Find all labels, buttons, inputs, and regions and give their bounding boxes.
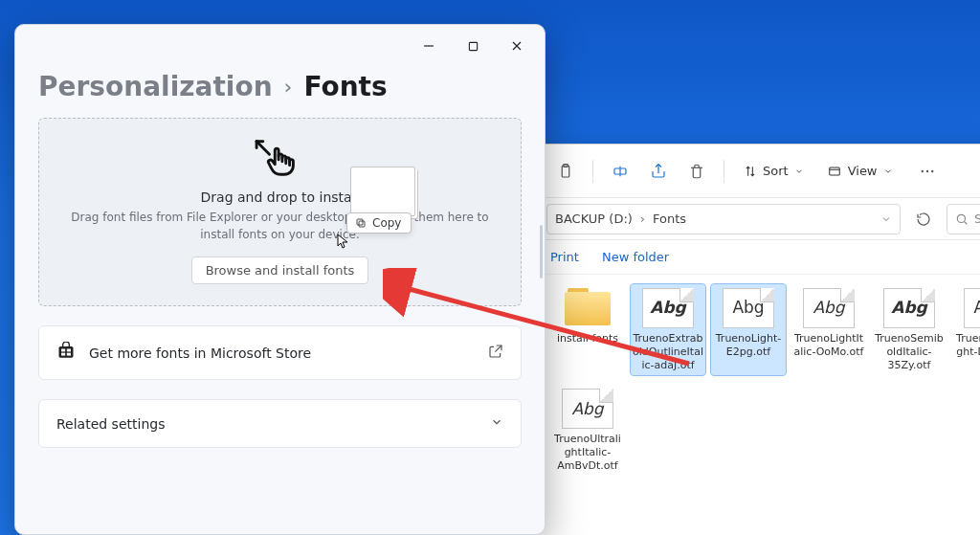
drop-hand-icon bbox=[58, 136, 501, 184]
scrollbar[interactable] bbox=[540, 225, 543, 279]
file-label: TruenoLightItalic-OoMo.otf bbox=[793, 332, 864, 359]
store-icon bbox=[56, 342, 76, 364]
font-file-icon: Abg bbox=[964, 288, 980, 328]
svg-rect-13 bbox=[67, 349, 71, 352]
search-icon bbox=[955, 212, 969, 226]
explorer-toolbar: Sort View bbox=[537, 145, 980, 198]
font-file-icon: Abg bbox=[883, 288, 935, 328]
related-settings-card[interactable]: Related settings bbox=[38, 399, 522, 448]
svg-point-7 bbox=[957, 214, 965, 222]
chevron-down-icon[interactable] bbox=[880, 213, 892, 225]
chevron-right-icon: › bbox=[638, 212, 647, 226]
breadcrumb-parent[interactable]: Personalization bbox=[38, 71, 273, 102]
chevron-down-icon bbox=[490, 415, 503, 432]
address-bar[interactable]: BACKUP (D:) › Fonts bbox=[546, 204, 901, 234]
share-icon[interactable] bbox=[641, 154, 676, 189]
explorer-command-bar: Print New folder bbox=[537, 240, 980, 275]
svg-point-6 bbox=[931, 169, 933, 171]
folder-item[interactable]: install fonts bbox=[550, 284, 625, 375]
font-file-item[interactable]: AbgTruenoSemiboldItalic-35Zy.otf bbox=[872, 284, 947, 375]
svg-rect-15 bbox=[67, 353, 71, 356]
print-command[interactable]: Print bbox=[550, 250, 579, 264]
svg-rect-12 bbox=[61, 349, 65, 352]
svg-rect-11 bbox=[59, 346, 74, 358]
font-file-item[interactable]: AbgTruenoUltralight-DKax.otf bbox=[952, 284, 980, 375]
svg-rect-3 bbox=[829, 167, 839, 174]
explorer-body: install fontsAbgTruenoExtraboldOutlineIt… bbox=[537, 275, 980, 535]
view-label: View bbox=[848, 164, 878, 178]
explorer-address-row: BACKUP (D:) › Fonts Search Fonts bbox=[537, 198, 980, 240]
breadcrumb-current: Fonts bbox=[303, 71, 387, 102]
font-file-item[interactable]: AbgTruenoLight-E2pg.otf bbox=[711, 284, 786, 375]
delete-icon[interactable] bbox=[679, 154, 714, 189]
settings-window: Personalization › Fonts Drag and drop to… bbox=[14, 24, 546, 535]
file-label: install fonts bbox=[557, 332, 618, 346]
file-explorer-window: Sort View BACKUP (D:) › Fonts Search Fon… bbox=[536, 144, 980, 535]
font-file-icon: Abg bbox=[562, 389, 613, 429]
browse-fonts-button[interactable]: Browse and install fonts bbox=[191, 256, 369, 284]
more-icon[interactable] bbox=[910, 154, 945, 189]
font-file-item[interactable]: AbgTruenoUltralightItalic-AmBvDt.otf bbox=[550, 385, 625, 476]
rename-icon[interactable] bbox=[603, 154, 637, 189]
chevron-down-icon bbox=[883, 167, 893, 176]
breadcrumb-segment[interactable]: Fonts bbox=[653, 212, 686, 226]
font-file-icon: Abg bbox=[803, 288, 855, 328]
svg-point-4 bbox=[921, 169, 923, 171]
refresh-icon[interactable] bbox=[908, 204, 939, 234]
folder-icon bbox=[562, 288, 613, 328]
related-settings-label: Related settings bbox=[56, 416, 165, 432]
sort-button[interactable]: Sort bbox=[734, 154, 813, 189]
file-label: TruenoExtraboldOutlineItalic-adaJ.otf bbox=[633, 332, 703, 371]
font-file-icon: Abg bbox=[642, 288, 694, 328]
file-label: TruenoUltralightItalic-AmBvDt.otf bbox=[552, 433, 623, 472]
search-input[interactable]: Search Fonts bbox=[947, 204, 980, 234]
file-grid: install fontsAbgTruenoExtraboldOutlineIt… bbox=[550, 284, 980, 477]
sort-label: Sort bbox=[763, 164, 789, 178]
font-file-item[interactable]: AbgTruenoExtraboldOutlineItalic-adaJ.otf bbox=[631, 284, 705, 375]
store-card-label: Get more fonts in Microsoft Store bbox=[89, 346, 311, 361]
font-drop-zone[interactable]: Drag and drop to install Drag font files… bbox=[38, 118, 522, 306]
view-button[interactable]: View bbox=[817, 154, 902, 189]
paste-icon[interactable] bbox=[548, 154, 583, 189]
file-label: TruenoLight-E2pg.otf bbox=[713, 332, 784, 359]
svg-rect-8 bbox=[469, 42, 477, 50]
dropzone-subtitle: Drag font files from File Explorer or yo… bbox=[58, 209, 501, 243]
dropzone-title: Drag and drop to install bbox=[58, 189, 501, 205]
font-file-item[interactable]: AbgTruenoLightItalic-OoMo.otf bbox=[791, 284, 866, 375]
file-label: TruenoSemiboldItalic-35Zy.otf bbox=[874, 332, 945, 371]
minimize-button[interactable] bbox=[407, 31, 451, 61]
close-button[interactable] bbox=[495, 31, 539, 61]
file-label: TruenoUltralight-DKax.otf bbox=[954, 332, 980, 359]
svg-point-5 bbox=[925, 169, 927, 171]
svg-rect-14 bbox=[61, 353, 65, 356]
font-file-icon: Abg bbox=[723, 288, 774, 328]
maximize-button[interactable] bbox=[451, 31, 495, 61]
chevron-right-icon: › bbox=[284, 75, 293, 99]
settings-titlebar bbox=[15, 25, 545, 67]
breadcrumb-segment[interactable]: BACKUP (D:) bbox=[555, 212, 633, 226]
open-external-icon bbox=[488, 344, 503, 362]
get-fonts-store-card[interactable]: Get more fonts in Microsoft Store bbox=[38, 325, 522, 380]
chevron-down-icon bbox=[794, 167, 804, 176]
breadcrumb: Personalization › Fonts bbox=[38, 67, 522, 118]
new-folder-command[interactable]: New folder bbox=[602, 250, 669, 264]
search-placeholder: Search Fonts bbox=[974, 212, 980, 226]
